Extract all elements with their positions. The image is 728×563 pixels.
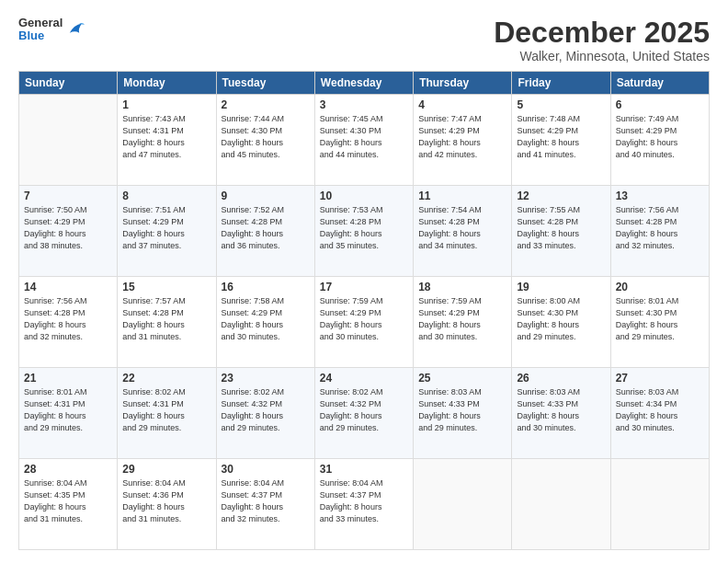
day-number: 1 — [122, 98, 210, 111]
weekday-wednesday: Wednesday — [314, 72, 413, 95]
day-number: 3 — [320, 98, 408, 111]
day-info: Sunrise: 7:55 AM Sunset: 4:28 PM Dayligh… — [517, 204, 605, 252]
day-info: Sunrise: 8:04 AM Sunset: 4:37 PM Dayligh… — [320, 477, 408, 525]
day-number: 18 — [418, 281, 506, 293]
day-info: Sunrise: 7:59 AM Sunset: 4:29 PM Dayligh… — [418, 295, 506, 343]
day-number: 25 — [418, 372, 506, 385]
day-info: Sunrise: 8:01 AM Sunset: 4:31 PM Dayligh… — [24, 386, 112, 434]
calendar-cell: 24Sunrise: 8:02 AM Sunset: 4:32 PM Dayli… — [314, 368, 413, 459]
logo: General Blue — [18, 17, 85, 43]
day-info: Sunrise: 8:04 AM Sunset: 4:35 PM Dayligh… — [24, 477, 112, 525]
day-info: Sunrise: 7:53 AM Sunset: 4:28 PM Dayligh… — [320, 204, 408, 252]
week-row-5: 28Sunrise: 8:04 AM Sunset: 4:35 PM Dayli… — [19, 459, 710, 550]
weekday-header-row: SundayMondayTuesdayWednesdayThursdayFrid… — [19, 72, 710, 95]
day-number: 22 — [122, 372, 210, 385]
calendar-cell: 3Sunrise: 7:45 AM Sunset: 4:30 PM Daylig… — [314, 95, 413, 186]
day-number: 30 — [222, 463, 310, 476]
calendar-table: SundayMondayTuesdayWednesdayThursdayFrid… — [18, 71, 710, 550]
day-number: 10 — [320, 190, 408, 202]
calendar-cell: 19Sunrise: 8:00 AM Sunset: 4:30 PM Dayli… — [512, 277, 610, 368]
day-info: Sunrise: 8:00 AM Sunset: 4:30 PM Dayligh… — [517, 295, 605, 343]
calendar-cell: 20Sunrise: 8:01 AM Sunset: 4:30 PM Dayli… — [610, 277, 709, 368]
day-info: Sunrise: 7:59 AM Sunset: 4:29 PM Dayligh… — [320, 295, 408, 343]
day-info: Sunrise: 7:52 AM Sunset: 4:28 PM Dayligh… — [222, 204, 310, 252]
calendar-cell — [512, 459, 610, 550]
calendar-cell: 2Sunrise: 7:44 AM Sunset: 4:30 PM Daylig… — [216, 95, 314, 186]
day-number: 4 — [418, 98, 506, 111]
calendar-cell: 8Sunrise: 7:51 AM Sunset: 4:29 PM Daylig… — [118, 186, 216, 277]
day-info: Sunrise: 7:45 AM Sunset: 4:30 PM Dayligh… — [320, 113, 408, 161]
day-info: Sunrise: 7:48 AM Sunset: 4:29 PM Dayligh… — [517, 113, 605, 161]
calendar-cell: 12Sunrise: 7:55 AM Sunset: 4:28 PM Dayli… — [512, 186, 610, 277]
calendar-subtitle: Walker, Minnesota, United States — [494, 49, 710, 63]
calendar-cell: 9Sunrise: 7:52 AM Sunset: 4:28 PM Daylig… — [216, 186, 314, 277]
day-info: Sunrise: 8:02 AM Sunset: 4:31 PM Dayligh… — [122, 386, 210, 434]
weekday-thursday: Thursday — [414, 72, 512, 95]
calendar-cell: 13Sunrise: 7:56 AM Sunset: 4:28 PM Dayli… — [610, 186, 709, 277]
calendar-cell: 6Sunrise: 7:49 AM Sunset: 4:29 PM Daylig… — [610, 95, 709, 186]
day-number: 17 — [320, 281, 408, 293]
day-info: Sunrise: 7:44 AM Sunset: 4:30 PM Dayligh… — [222, 113, 310, 161]
day-info: Sunrise: 7:49 AM Sunset: 4:29 PM Dayligh… — [616, 113, 704, 161]
calendar-cell: 25Sunrise: 8:03 AM Sunset: 4:33 PM Dayli… — [414, 368, 512, 459]
calendar-cell: 22Sunrise: 8:02 AM Sunset: 4:31 PM Dayli… — [118, 368, 216, 459]
calendar-cell: 27Sunrise: 8:03 AM Sunset: 4:34 PM Dayli… — [610, 368, 709, 459]
day-number: 8 — [122, 190, 210, 202]
day-number: 6 — [616, 98, 704, 111]
day-number: 5 — [517, 98, 605, 111]
calendar-cell: 23Sunrise: 8:02 AM Sunset: 4:32 PM Dayli… — [216, 368, 314, 459]
day-number: 31 — [320, 463, 408, 476]
title-block: December 2025 Walker, Minnesota, United … — [494, 17, 710, 63]
calendar-cell: 1Sunrise: 7:43 AM Sunset: 4:31 PM Daylig… — [118, 95, 216, 186]
week-row-4: 21Sunrise: 8:01 AM Sunset: 4:31 PM Dayli… — [19, 368, 710, 459]
weekday-monday: Monday — [118, 72, 216, 95]
calendar-cell: 10Sunrise: 7:53 AM Sunset: 4:28 PM Dayli… — [314, 186, 413, 277]
day-number: 21 — [24, 372, 112, 385]
day-number: 27 — [616, 372, 704, 385]
day-info: Sunrise: 7:50 AM Sunset: 4:29 PM Dayligh… — [24, 204, 112, 252]
week-row-2: 7Sunrise: 7:50 AM Sunset: 4:29 PM Daylig… — [19, 186, 710, 277]
calendar-cell — [610, 459, 709, 550]
calendar-cell: 5Sunrise: 7:48 AM Sunset: 4:29 PM Daylig… — [512, 95, 610, 186]
calendar-cell: 21Sunrise: 8:01 AM Sunset: 4:31 PM Dayli… — [19, 368, 118, 459]
calendar-cell: 29Sunrise: 8:04 AM Sunset: 4:36 PM Dayli… — [118, 459, 216, 550]
day-number: 14 — [24, 281, 112, 293]
calendar-cell: 30Sunrise: 8:04 AM Sunset: 4:37 PM Dayli… — [216, 459, 314, 550]
day-info: Sunrise: 8:01 AM Sunset: 4:30 PM Dayligh… — [616, 295, 704, 343]
day-number: 28 — [24, 463, 112, 476]
day-info: Sunrise: 7:54 AM Sunset: 4:28 PM Dayligh… — [418, 204, 506, 252]
day-info: Sunrise: 8:02 AM Sunset: 4:32 PM Dayligh… — [320, 386, 408, 434]
day-number: 2 — [222, 98, 310, 111]
weekday-saturday: Saturday — [610, 72, 709, 95]
day-number: 16 — [222, 281, 310, 293]
day-info: Sunrise: 8:03 AM Sunset: 4:34 PM Dayligh… — [616, 386, 704, 434]
page: General Blue December 2025 Walker, Minne… — [0, 0, 728, 563]
calendar-cell: 15Sunrise: 7:57 AM Sunset: 4:28 PM Dayli… — [118, 277, 216, 368]
day-number: 12 — [517, 190, 605, 202]
day-number: 19 — [517, 281, 605, 293]
day-info: Sunrise: 7:56 AM Sunset: 4:28 PM Dayligh… — [616, 204, 704, 252]
calendar-cell: 16Sunrise: 7:58 AM Sunset: 4:29 PM Dayli… — [216, 277, 314, 368]
calendar-cell: 7Sunrise: 7:50 AM Sunset: 4:29 PM Daylig… — [19, 186, 118, 277]
calendar-cell: 4Sunrise: 7:47 AM Sunset: 4:29 PM Daylig… — [414, 95, 512, 186]
calendar-cell: 17Sunrise: 7:59 AM Sunset: 4:29 PM Dayli… — [314, 277, 413, 368]
day-info: Sunrise: 8:03 AM Sunset: 4:33 PM Dayligh… — [418, 386, 506, 434]
day-info: Sunrise: 7:47 AM Sunset: 4:29 PM Dayligh… — [418, 113, 506, 161]
calendar-cell — [414, 459, 512, 550]
day-number: 15 — [122, 281, 210, 293]
calendar-cell: 31Sunrise: 8:04 AM Sunset: 4:37 PM Dayli… — [314, 459, 413, 550]
logo-general: General — [18, 17, 63, 29]
day-number: 7 — [24, 190, 112, 202]
weekday-sunday: Sunday — [19, 72, 118, 95]
day-info: Sunrise: 8:02 AM Sunset: 4:32 PM Dayligh… — [222, 386, 310, 434]
day-info: Sunrise: 8:04 AM Sunset: 4:37 PM Dayligh… — [222, 477, 310, 525]
day-number: 29 — [122, 463, 210, 476]
calendar-cell — [19, 95, 118, 186]
calendar-cell: 28Sunrise: 8:04 AM Sunset: 4:35 PM Dayli… — [19, 459, 118, 550]
week-row-3: 14Sunrise: 7:56 AM Sunset: 4:28 PM Dayli… — [19, 277, 710, 368]
day-number: 9 — [222, 190, 310, 202]
day-info: Sunrise: 8:03 AM Sunset: 4:33 PM Dayligh… — [517, 386, 605, 434]
calendar-cell: 18Sunrise: 7:59 AM Sunset: 4:29 PM Dayli… — [414, 277, 512, 368]
day-number: 11 — [418, 190, 506, 202]
day-info: Sunrise: 7:56 AM Sunset: 4:28 PM Dayligh… — [24, 295, 112, 343]
